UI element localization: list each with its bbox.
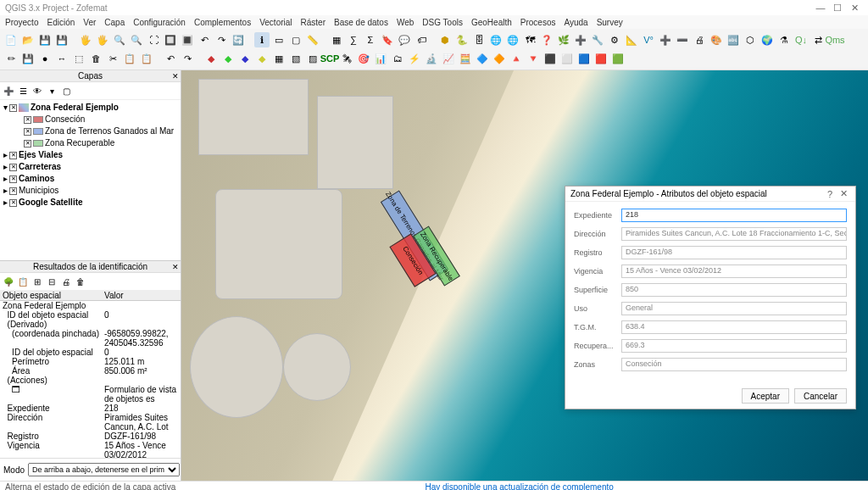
ok-button[interactable]: Aceptar xyxy=(742,388,789,404)
id-tool5-icon[interactable]: 🖨 xyxy=(59,275,73,288)
close-button[interactable]: ✕ xyxy=(846,3,863,14)
plugin-icon[interactable]: ⬢ xyxy=(437,32,453,47)
zoom-sel-icon[interactable]: 🔳 xyxy=(180,32,195,47)
update-link[interactable]: Hay disponible una actualización de comp… xyxy=(425,482,613,490)
attr-table-icon[interactable]: ▦ xyxy=(329,32,344,47)
crs-icon[interactable]: 🌍 xyxy=(760,32,775,47)
identify-row[interactable]: (Derivado) xyxy=(0,320,181,329)
zoom-out-icon[interactable]: 🔍 xyxy=(129,32,144,47)
identify-row[interactable]: RegistroDGZF-161/98 xyxy=(0,432,181,441)
layers-close-icon[interactable]: ✕ xyxy=(172,72,179,81)
misc8-icon[interactable]: 🟥 xyxy=(593,51,609,66)
scp6-icon[interactable]: ⚡ xyxy=(407,51,422,66)
menu-capa[interactable]: Capa xyxy=(104,18,125,27)
add-group-icon[interactable]: ➕ xyxy=(2,84,15,97)
menu-survey[interactable]: Survey xyxy=(597,18,623,27)
field-input[interactable]: 638.4 xyxy=(621,320,847,334)
identify-row[interactable]: ID del objeto espacial0 xyxy=(0,310,181,320)
mode-select[interactable]: De arriba a abajo, detenerse en el prim xyxy=(28,463,180,476)
minimize-button[interactable]: — xyxy=(812,3,829,13)
bookmark-icon[interactable]: 🔖 xyxy=(380,32,395,47)
osm-icon[interactable]: 🗺 xyxy=(522,32,537,47)
field-input[interactable]: DGZF-161/98 xyxy=(621,246,847,259)
field-input[interactable]: Piramides Suites Cancun, A.C. Lote 18 Fr… xyxy=(621,227,847,241)
zoom-next-icon[interactable]: ↷ xyxy=(214,32,229,47)
dsg1-icon[interactable]: ◆ xyxy=(203,51,219,66)
layer-item[interactable]: Conseción xyxy=(45,114,85,125)
geom-icon[interactable]: ⬡ xyxy=(743,32,758,47)
expand-icon[interactable]: 👁 xyxy=(31,84,44,97)
composer-icon[interactable]: 🖨 xyxy=(692,32,707,47)
q3-icon[interactable]: Qms xyxy=(827,32,843,47)
layer-add-icon[interactable]: ➕ xyxy=(658,32,673,47)
dsg6-icon[interactable]: ▧ xyxy=(288,51,303,66)
grass-icon[interactable]: 🌿 xyxy=(556,32,571,47)
tool-a-icon[interactable]: 🔧 xyxy=(590,32,605,47)
measure-icon[interactable]: 📏 xyxy=(305,32,320,47)
annotation-icon[interactable]: 🏷 xyxy=(414,32,429,47)
scp8-icon[interactable]: 📈 xyxy=(441,51,456,66)
tips-icon[interactable]: 💬 xyxy=(397,32,412,47)
menu-ráster[interactable]: Ráster xyxy=(301,18,326,27)
save-edits-icon[interactable]: 💾 xyxy=(20,51,36,66)
scp3-icon[interactable]: 🎯 xyxy=(356,51,371,66)
layer-remove-icon[interactable]: ➖ xyxy=(675,32,690,47)
cancel-button[interactable]: Cancelar xyxy=(794,388,847,404)
menu-procesos[interactable]: Procesos xyxy=(520,18,556,27)
deselect-icon[interactable]: ▢ xyxy=(288,32,303,47)
dsg4-icon[interactable]: ◆ xyxy=(254,51,270,66)
delete-icon[interactable]: 🗑 xyxy=(88,51,103,66)
menu-base de datos[interactable]: Base de datos xyxy=(334,18,388,27)
identify-row[interactable]: (coordenada pinchada)-9658059.99822, 240… xyxy=(0,329,181,348)
remove-icon[interactable]: ▢ xyxy=(59,84,73,97)
field-input[interactable]: 850 xyxy=(621,283,847,297)
health-icon[interactable]: ➕ xyxy=(573,32,588,47)
filter-icon[interactable]: ☰ xyxy=(16,84,30,97)
id-tool1-icon[interactable]: 🌳 xyxy=(2,275,15,288)
pan-icon[interactable]: 🖐 xyxy=(78,32,93,47)
layer-item[interactable]: Municipios xyxy=(19,185,58,197)
identify-row[interactable]: Zona Federal Ejemplo xyxy=(0,301,181,311)
layer-group[interactable]: Zona Federal Ejemplo xyxy=(31,102,119,114)
misc1-icon[interactable]: 🔷 xyxy=(475,51,490,66)
vector-icon[interactable]: V° xyxy=(641,32,656,47)
dsg5-icon[interactable]: ▦ xyxy=(271,51,287,66)
identify-results[interactable]: Objeto espacialValor Zona Federal Ejempl… xyxy=(0,291,181,458)
id-tool2-icon[interactable]: 📋 xyxy=(16,275,30,288)
pan-select-icon[interactable]: 🖐 xyxy=(95,32,110,47)
id-tool6-icon[interactable]: 🗑 xyxy=(74,275,87,288)
maximize-button[interactable]: ☐ xyxy=(829,3,846,14)
field-input[interactable]: 218 xyxy=(621,209,847,222)
dialog-close-icon[interactable]: ✕ xyxy=(837,188,850,199)
identify-row[interactable]: Área850.006 m² xyxy=(0,366,181,376)
new-icon[interactable]: 📄 xyxy=(3,32,19,47)
q1-icon[interactable]: Q↓ xyxy=(793,32,809,47)
undo-icon[interactable]: ↶ xyxy=(163,51,178,66)
layer-item[interactable]: Carreteras xyxy=(19,161,61,173)
misc9-icon[interactable]: 🟩 xyxy=(610,51,626,66)
scp2-icon[interactable]: 🛰 xyxy=(339,51,354,66)
style-icon[interactable]: 🎨 xyxy=(709,32,724,47)
tool-c-icon[interactable]: 📐 xyxy=(624,32,639,47)
identify-row[interactable]: Perímetro125.011 m xyxy=(0,357,181,366)
identify-row[interactable]: (Acciones) xyxy=(0,376,181,385)
menu-ver[interactable]: Ver xyxy=(83,18,96,27)
scp7-icon[interactable]: 🔬 xyxy=(424,51,439,66)
identify-row[interactable]: Vigencia15 Años - Vence 03/02/2012 xyxy=(0,441,181,458)
move-feature-icon[interactable]: ↔ xyxy=(54,51,70,66)
zoom-full-icon[interactable]: ⛶ xyxy=(146,32,161,47)
layer-item[interactable]: Zona Recuperable xyxy=(45,137,114,149)
misc4-icon[interactable]: 🔻 xyxy=(526,51,541,66)
zoom-layer-icon[interactable]: 🔲 xyxy=(163,32,178,47)
layer-item[interactable]: Zona de Terrenos Ganados al Mar xyxy=(45,125,174,137)
misc3-icon[interactable]: 🔺 xyxy=(509,51,524,66)
identify-close-icon[interactable]: ✕ xyxy=(172,263,179,271)
menu-dsg tools[interactable]: DSG Tools xyxy=(422,18,463,27)
menu-geohealth[interactable]: GeoHealth xyxy=(471,18,512,27)
copy-icon[interactable]: 📋 xyxy=(122,51,137,66)
menu-ayuda[interactable]: Ayuda xyxy=(564,18,587,27)
help-icon[interactable]: ❓ xyxy=(539,32,554,47)
identify-row[interactable]: 🗖Formulario de vista de objetos es xyxy=(0,385,181,404)
paste-icon[interactable]: 📋 xyxy=(139,51,154,66)
field-calc-icon[interactable]: ∑ xyxy=(346,32,361,47)
